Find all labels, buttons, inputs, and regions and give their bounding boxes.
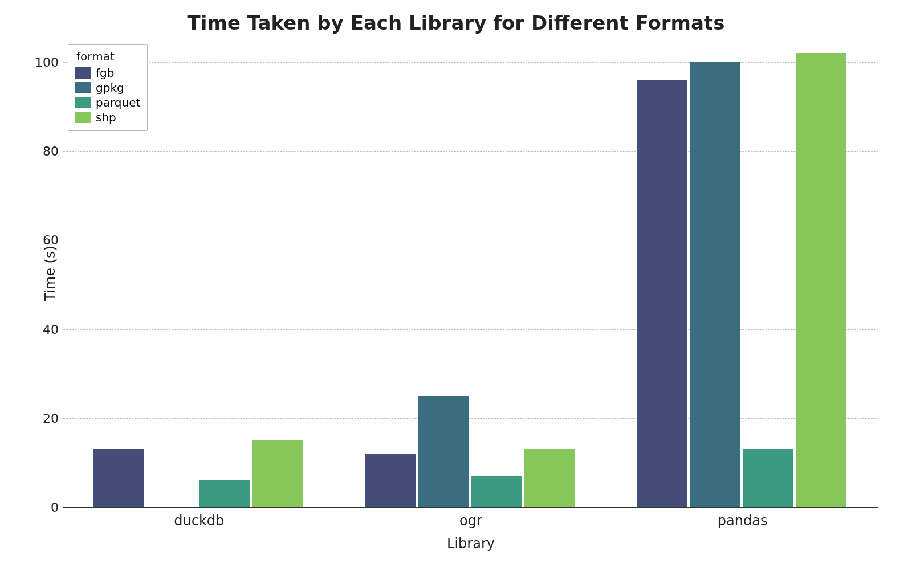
bar	[637, 80, 687, 507]
legend-swatch	[75, 82, 91, 93]
legend-title: format	[75, 50, 140, 63]
legend-label: gpkg	[96, 81, 124, 95]
bar	[524, 449, 575, 507]
legend-item: fgb	[75, 66, 140, 80]
bar	[365, 454, 416, 507]
legend-label: fgb	[96, 66, 114, 80]
legend: format fgbgpkgparquetshp	[68, 44, 148, 131]
legend-swatch	[75, 67, 91, 79]
bar	[93, 449, 144, 507]
y-tick-label: 0	[35, 500, 59, 514]
legend-item: shp	[75, 110, 140, 125]
y-axis-label: Time (s)	[42, 246, 58, 301]
grid-line	[63, 240, 878, 240]
bar	[418, 396, 469, 507]
y-tick-label: 20	[35, 411, 59, 425]
y-tick-label: 80	[35, 144, 59, 158]
bar	[690, 62, 740, 507]
x-tick-label: pandas	[718, 513, 768, 529]
bar	[199, 480, 250, 507]
grid-line	[63, 62, 878, 63]
grid-line	[63, 418, 878, 419]
x-tick-label: duckdb	[174, 513, 224, 529]
legend-label: shp	[96, 111, 116, 124]
legend-label: parquet	[96, 96, 140, 109]
y-tick-label: 100	[35, 55, 59, 70]
plot-area: Time (s) Library format fgbgpkgparquetsh…	[63, 40, 878, 508]
grid-line	[63, 329, 878, 330]
y-tick-label: 40	[35, 322, 59, 336]
chart-title: Time Taken by Each Library for Different…	[11, 11, 901, 34]
bar	[796, 53, 846, 507]
chart-container: Time Taken by Each Library for Different…	[11, 11, 901, 577]
legend-swatch	[75, 112, 91, 123]
bar	[743, 449, 793, 507]
x-tick-label: ogr	[459, 513, 482, 529]
y-tick-label: 60	[35, 233, 59, 247]
legend-item: parquet	[75, 95, 140, 110]
x-axis-label: Library	[447, 536, 495, 552]
legend-item: gpkg	[75, 80, 140, 95]
bar	[471, 476, 522, 507]
grid-line	[63, 151, 878, 152]
legend-swatch	[75, 97, 91, 108]
bar	[252, 440, 303, 507]
